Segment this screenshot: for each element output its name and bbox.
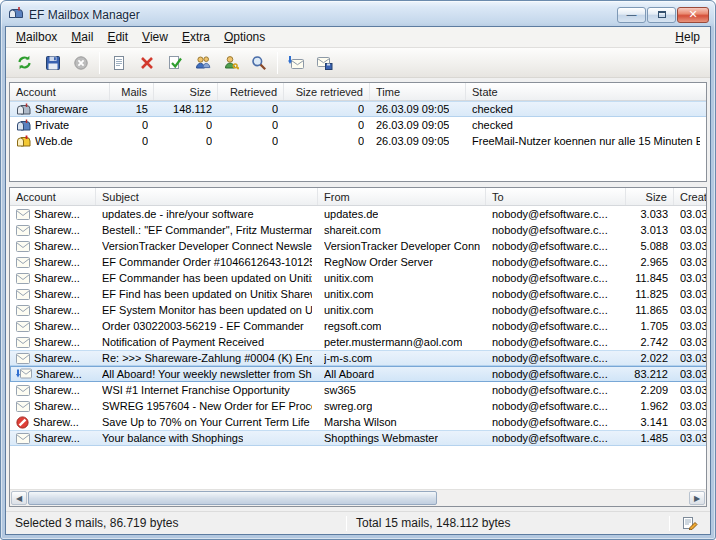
- menu-mailbox[interactable]: Mailbox: [9, 28, 64, 46]
- scrollbar-track[interactable]: [28, 491, 688, 505]
- cell-text: 0: [358, 119, 364, 131]
- column-header-account[interactable]: Account: [10, 83, 110, 100]
- minimize-button[interactable]: —: [617, 7, 646, 23]
- cell-text: Sharew...: [34, 336, 80, 348]
- column-header-subject[interactable]: Subject: [96, 188, 318, 205]
- column-header-account[interactable]: Account: [10, 188, 96, 205]
- cell-text: checked: [472, 103, 513, 115]
- mail-row[interactable]: Sharew...All Aboard! Your weekly newslet…: [10, 366, 706, 382]
- cell-text: Sharew...: [34, 288, 80, 300]
- menu-edit[interactable]: Edit: [100, 28, 135, 46]
- cell: Web.de: [10, 135, 110, 148]
- mail-row[interactable]: Sharew...Re: >>> Shareware-Zahlung #0004…: [10, 350, 706, 366]
- menu-extra[interactable]: Extra: [175, 28, 217, 46]
- mail-row[interactable]: Sharew...Your balance with ShophingsShop…: [10, 430, 706, 446]
- cell-text: shareit.com: [324, 224, 381, 236]
- mail-row[interactable]: Sharew...EF Commander Order #1046612643-…: [10, 254, 706, 270]
- delete-icon: [139, 55, 155, 71]
- menu-view[interactable]: View: [135, 28, 175, 46]
- column-header-created[interactable]: Created: [674, 188, 706, 205]
- mail-row[interactable]: Sharew...WSI #1 Internet Franchise Oppor…: [10, 382, 706, 398]
- log-icon[interactable]: [670, 512, 710, 534]
- column-header-mails[interactable]: Mails: [110, 83, 154, 100]
- cell-text: 0: [358, 103, 364, 115]
- account-row[interactable]: Web.de000026.03.09 09:05FreeMail-Nutzer …: [10, 133, 706, 149]
- cell-text: checked: [472, 119, 513, 131]
- mail-row[interactable]: Sharew...Save Up to 70% on Your Current …: [10, 414, 706, 430]
- cell: RegNow Order Server: [318, 256, 486, 268]
- accounts-header: AccountMailsSizeRetrievedSize retrievedT…: [10, 83, 706, 101]
- mail-row[interactable]: Sharew...EF Find has been updated on Uni…: [10, 286, 706, 302]
- mail-row[interactable]: Sharew...EF Commander has been updated o…: [10, 270, 706, 286]
- cell: 2.742: [626, 336, 674, 348]
- cell-text: 2.209: [640, 384, 668, 396]
- maximize-button[interactable]: [647, 7, 676, 23]
- cell: Sharew...: [10, 432, 96, 444]
- close-button[interactable]: ✕: [677, 7, 709, 23]
- column-header-retrieved[interactable]: Retrieved: [218, 83, 284, 100]
- scroll-right-arrow[interactable]: ▶: [689, 491, 705, 505]
- column-header-size[interactable]: Size: [626, 188, 674, 205]
- cell: shareit.com: [318, 224, 486, 236]
- menu-options[interactable]: Options: [217, 28, 272, 46]
- cell: Sharew...: [10, 208, 96, 220]
- find-button[interactable]: [245, 50, 272, 76]
- cell-text: Sharew...: [34, 304, 80, 316]
- cell: 03.03.09: [674, 288, 706, 300]
- preview-mail-button[interactable]: [105, 50, 132, 76]
- mail-icon: [16, 305, 30, 316]
- mail-header: AccountSubjectFromToSizeCreated: [10, 188, 706, 206]
- column-header-size-retrieved[interactable]: Size retrieved: [284, 83, 370, 100]
- column-header-time[interactable]: Time: [370, 83, 466, 100]
- cell-text: 03.03.09: [680, 384, 706, 396]
- cell-text: 5.088: [640, 240, 668, 252]
- stop-button[interactable]: [67, 50, 94, 76]
- cell-text: Web.de: [35, 135, 73, 147]
- cell-text: Sharew...: [34, 352, 80, 364]
- mark-mail-button[interactable]: [161, 50, 188, 76]
- column-header-to[interactable]: To: [486, 188, 626, 205]
- cell: updates.de: [318, 208, 486, 220]
- column-header-state[interactable]: State: [466, 83, 706, 100]
- stop-icon: [73, 55, 89, 71]
- menu-help[interactable]: Help: [668, 28, 707, 46]
- column-header-from[interactable]: From: [318, 188, 486, 205]
- mail-row[interactable]: Sharew...Bestell.: "EF Commander", Fritz…: [10, 222, 706, 238]
- menu-mail[interactable]: Mail: [64, 28, 100, 46]
- mail-row[interactable]: Sharew...VersionTracker Developer Connec…: [10, 238, 706, 254]
- cell-text: Shopthings Webmaster: [324, 432, 438, 444]
- scroll-left-arrow[interactable]: ◀: [11, 491, 27, 505]
- cell: Sharew...: [10, 416, 96, 429]
- accounts-button[interactable]: [189, 50, 216, 76]
- export-mail-button[interactable]: [311, 50, 338, 76]
- cell-text: 1.962: [640, 400, 668, 412]
- cell-text: nobody@efsoftware.c...: [492, 416, 608, 428]
- cell: nobody@efsoftware.c...: [486, 208, 626, 220]
- delete-mail-button[interactable]: [133, 50, 160, 76]
- save-button[interactable]: [39, 50, 66, 76]
- mail-row[interactable]: Sharew...Order 03022003-56219 - EF Comma…: [10, 318, 706, 334]
- mail-row[interactable]: Sharew...updates.de - ihre/your software…: [10, 206, 706, 222]
- cell-text: EF Commander has been updated on Unitix …: [102, 272, 312, 284]
- address-book-button[interactable]: [217, 50, 244, 76]
- users-icon: [195, 55, 211, 70]
- cell: Sharew...: [10, 368, 96, 380]
- mail-row[interactable]: Sharew...SWREG 1957604 - New Order for E…: [10, 398, 706, 414]
- cell: SWREG 1957604 - New Order for EF Proces.…: [96, 400, 318, 412]
- column-header-size[interactable]: Size: [154, 83, 218, 100]
- check-mail-button[interactable]: [11, 50, 38, 76]
- retrieve-mail-button[interactable]: [283, 50, 310, 76]
- search-icon: [251, 55, 267, 71]
- cell-text: 26.03.09 09:05: [376, 103, 449, 115]
- cell: 83.212: [626, 368, 674, 380]
- cell: peter.mustermann@aol.com: [318, 336, 486, 348]
- account-row[interactable]: Private000026.03.09 09:05checked: [10, 117, 706, 133]
- mail-row[interactable]: Sharew...Notification of Payment Receive…: [10, 334, 706, 350]
- scrollbar-thumb[interactable]: [28, 491, 437, 505]
- account-row[interactable]: Shareware15148.1120026.03.09 09:05checke…: [10, 101, 706, 117]
- horizontal-scrollbar[interactable]: ◀ ▶: [10, 489, 706, 506]
- save-icon: [45, 55, 61, 71]
- titlebar[interactable]: EF Mailbox Manager — ✕: [5, 1, 711, 26]
- mail-row[interactable]: Sharew...EF System Monitor has been upda…: [10, 302, 706, 318]
- cell-text: Sharew...: [34, 320, 80, 332]
